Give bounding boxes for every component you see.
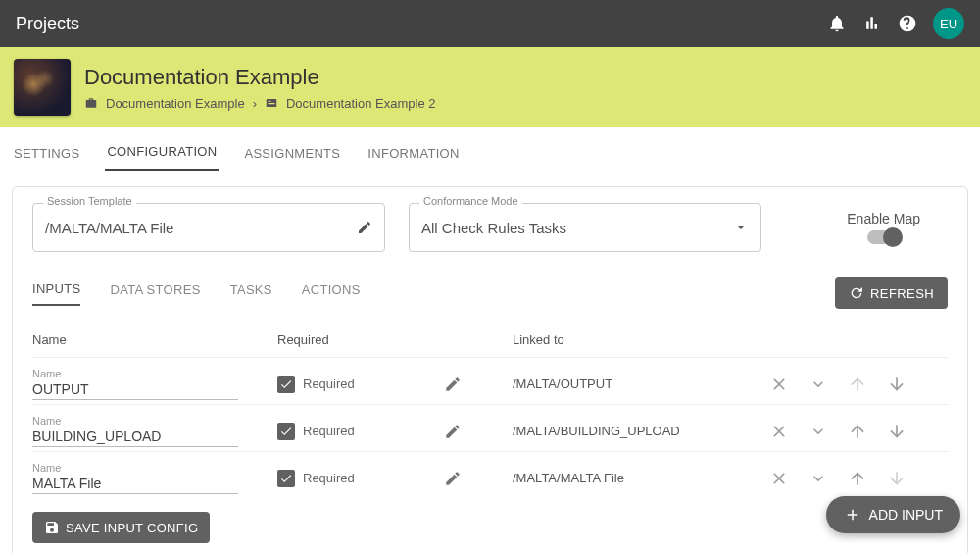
required-checkbox[interactable] (277, 376, 295, 393)
delete-row-button[interactable] (767, 420, 791, 443)
session-template-field[interactable]: Session Template /MALTA/MALTA File (32, 203, 385, 252)
input-name-field[interactable] (32, 474, 238, 494)
required-checkbox[interactable] (277, 423, 295, 440)
tab-information[interactable]: INFORMATION (366, 146, 461, 171)
add-input-button[interactable]: ADD INPUT (826, 496, 960, 533)
tab-settings[interactable]: SETTINGS (12, 146, 81, 171)
edit-row-icon[interactable] (444, 423, 462, 440)
input-name-label: Name (32, 368, 277, 379)
chevron-right-icon: › (253, 96, 257, 111)
subtab-actions[interactable]: ACTIONS (302, 282, 361, 305)
col-name: Name (32, 332, 277, 347)
conformance-mode-field[interactable]: Conformance Mode All Check Rules Tasks (409, 203, 761, 252)
project-banner: Documentation Example Documentation Exam… (0, 47, 980, 127)
refresh-button[interactable]: REFRESH (835, 277, 948, 309)
notifications-icon[interactable] (819, 6, 855, 41)
session-template-label: Session Template (43, 195, 136, 207)
expand-row-button[interactable] (807, 467, 830, 490)
enable-map-label: Enable Map (847, 211, 920, 226)
linked-to-value: /MALTA/MALTA File (513, 471, 767, 485)
breadcrumb: Documentation Example › Documentation Ex… (84, 96, 435, 111)
table-row: NameRequired/MALTA/BUILDING_UPLOAD (32, 404, 948, 451)
main-tabs: SETTINGS CONFIGURATION ASSIGNMENTS INFOR… (0, 127, 980, 171)
briefcase-icon (84, 96, 98, 110)
col-required: Required (277, 332, 444, 347)
enable-map-toggle[interactable] (867, 230, 901, 244)
topbar-title: Projects (16, 14, 79, 34)
topbar: Projects EU (0, 0, 980, 47)
conformance-mode-label: Conformance Mode (419, 195, 522, 207)
plus-icon (844, 506, 861, 524)
move-down-button[interactable] (885, 373, 908, 396)
delete-row-button[interactable] (767, 373, 791, 396)
expand-row-button[interactable] (807, 373, 830, 396)
delete-row-button[interactable] (767, 467, 791, 490)
edit-row-icon[interactable] (444, 376, 462, 393)
required-label: Required (303, 424, 355, 438)
subtab-data-stores[interactable]: DATA STORES (110, 282, 200, 305)
required-checkbox[interactable] (277, 470, 295, 487)
help-icon[interactable] (890, 6, 925, 41)
card-icon (265, 96, 278, 110)
move-down-button (885, 467, 908, 490)
move-up-button[interactable] (846, 420, 869, 443)
table-row: NameRequired/MALTA/MALTA File (32, 451, 948, 498)
tab-configuration[interactable]: CONFIGURATION (105, 144, 219, 171)
expand-row-button[interactable] (807, 420, 830, 443)
move-up-button[interactable] (846, 467, 869, 490)
breadcrumb-level-2[interactable]: Documentation Example 2 (286, 96, 435, 111)
avatar[interactable]: EU (933, 8, 964, 39)
edit-row-icon[interactable] (444, 470, 462, 487)
linked-to-value: /MALTA/BUILDING_UPLOAD (513, 424, 767, 438)
move-up-button (846, 373, 869, 396)
edit-icon[interactable] (357, 220, 372, 235)
input-name-field[interactable] (32, 379, 238, 400)
input-name-label: Name (32, 462, 277, 474)
config-card: Session Template /MALTA/MALTA File Confo… (12, 186, 968, 553)
conformance-mode-value: All Check Rules Tasks (421, 220, 733, 236)
analytics-icon[interactable] (855, 6, 890, 41)
subtab-inputs[interactable]: INPUTS (32, 281, 80, 306)
input-name-field[interactable] (32, 427, 238, 447)
refresh-icon (849, 285, 864, 301)
linked-to-value: /MALTA/OUTPUT (513, 377, 767, 391)
subtab-tasks[interactable]: TASKS (230, 282, 272, 305)
required-label: Required (303, 471, 355, 485)
input-name-label: Name (32, 415, 277, 427)
tab-assignments[interactable]: ASSIGNMENTS (242, 146, 342, 171)
table-row: NameRequired/MALTA/OUTPUT (32, 357, 948, 404)
caret-down-icon[interactable] (733, 220, 749, 235)
session-template-value: /MALTA/MALTA File (45, 220, 357, 236)
page-title: Documentation Example (84, 65, 435, 90)
save-icon (44, 520, 60, 535)
col-linked-to: Linked to (513, 332, 767, 347)
save-input-config-button[interactable]: SAVE INPUT CONFIG (32, 512, 210, 543)
breadcrumb-level-1[interactable]: Documentation Example (106, 96, 245, 111)
project-thumbnail (14, 59, 71, 116)
move-down-button[interactable] (885, 420, 908, 443)
required-label: Required (303, 377, 355, 391)
